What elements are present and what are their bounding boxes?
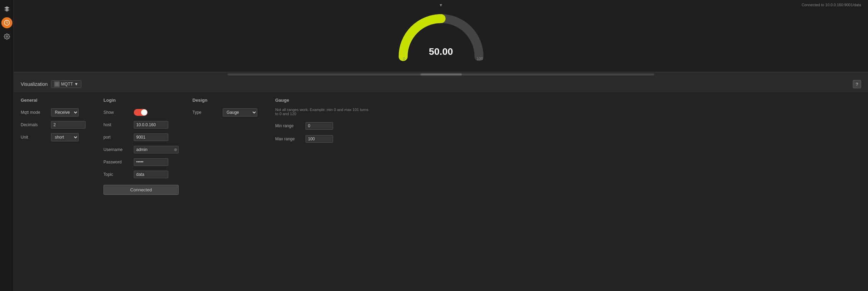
decimals-label: Decimals [21,122,48,127]
mqtt-mode-select[interactable]: Receive Send [51,108,79,117]
password-input[interactable] [134,158,168,166]
gauge-value: 50.00 [429,46,453,57]
username-wrapper: ⊕ [134,146,179,153]
help-button[interactable]: ? [853,80,861,88]
login-column: Login Show host port Username [103,98,179,195]
port-label: port [103,135,131,140]
connected-button[interactable]: Connected [103,185,179,195]
svg-point-1 [6,36,8,38]
type-row: Type Gauge Line Bar [192,108,261,117]
gauge-config-column: Gauge Not all ranges work. Example: min … [275,98,372,195]
login-title: Login [103,98,179,103]
gauge-config-title: Gauge [275,98,372,103]
mqtt-badge-label: MQTT [61,82,73,87]
show-row: Show [103,108,179,117]
scrollbar-track[interactable] [228,73,654,76]
gauge-max-label: 100 [477,57,483,61]
topic-row: Topic [103,170,179,179]
mqtt-mode-row: Mqtt mode Receive Send [21,108,90,117]
port-input[interactable] [134,133,168,141]
topic-input[interactable] [134,171,168,178]
min-range-input[interactable] [306,122,333,130]
host-input[interactable] [134,121,168,129]
decimals-row: Decimals [21,120,90,130]
gauge-container: 50.00 0 100 [396,8,486,63]
connection-status-text: Connected to 10.0.0.160:9001/data [802,3,861,7]
username-row: Username ⊕ [103,145,179,154]
sidebar-icon-settings[interactable] [1,31,12,42]
general-column: General Mqtt mode Receive Send Decimals … [21,98,90,195]
mqtt-badge[interactable]: MQTT ▼ [51,80,81,88]
type-label: Type [192,110,220,115]
host-label: host [103,122,131,127]
unit-label: Unit [21,135,48,140]
show-label: Show [103,110,131,115]
mqtt-mode-label: Mqtt mode [21,110,48,115]
dropdown-arrow-icon[interactable]: ▼ [439,3,443,8]
type-select[interactable]: Gauge Line Bar [223,108,257,117]
gauge-min-label: 0 [403,57,405,61]
unit-row: Unit short long [21,132,90,142]
topic-label: Topic [103,172,131,177]
username-label: Username [103,147,131,152]
max-range-label: Max range [275,137,303,141]
settings-panel: Visualization MQTT ▼ ? General Mqtt mode [14,77,868,291]
chart-icon [4,20,10,26]
svg-rect-2 [55,82,59,86]
password-label: Password [103,160,131,164]
scrollbar-thumb[interactable] [420,73,462,76]
toggle-thumb [141,109,147,116]
design-column: Design Type Gauge Line Bar [192,98,261,195]
decimals-input[interactable] [51,121,86,129]
max-range-input[interactable] [306,135,333,143]
main-content: ▼ 50.00 0 100 Connected to 10.0.0.160:90… [14,0,868,291]
port-row: port [103,132,179,142]
show-toggle[interactable] [134,109,148,116]
max-range-row: Max range [275,135,372,143]
sidebar [0,0,14,291]
panel-title: Visualization [21,81,48,87]
mqtt-icon [54,81,60,87]
settings-icon [4,33,10,40]
mqtt-dropdown-icon: ▼ [74,82,78,87]
layers-icon [4,6,10,12]
general-title: General [21,98,90,103]
design-title: Design [192,98,261,103]
min-range-label: Min range [275,123,303,128]
unit-select[interactable]: short long [51,133,79,141]
sidebar-icon-chart[interactable] [1,17,12,28]
min-range-row: Min range [275,122,372,130]
panel-header: Visualization MQTT ▼ ? [14,77,868,92]
settings-columns: General Mqtt mode Receive Send Decimals … [14,92,868,200]
gauge-config-note: Not all ranges work. Example: min 0 and … [275,108,372,116]
username-input[interactable] [134,146,179,153]
sidebar-icon-layers[interactable] [1,3,12,14]
copy-icon[interactable]: ⊕ [174,147,177,152]
scrollbar-area [14,72,868,77]
password-row: Password [103,157,179,167]
host-row: host [103,120,179,130]
gauge-area: ▼ 50.00 0 100 Connected to 10.0.0.160:90… [14,0,868,72]
